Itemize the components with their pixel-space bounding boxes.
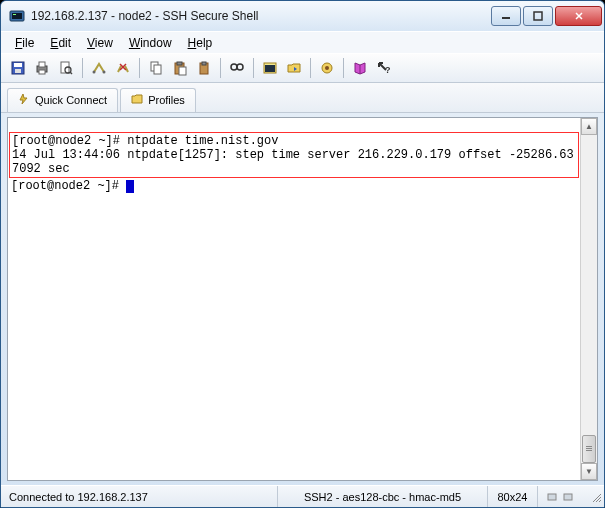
scroll-track[interactable] — [581, 135, 597, 463]
svg-rect-34 — [548, 494, 556, 500]
quick-connect-tab[interactable]: Quick Connect — [7, 88, 118, 112]
folder-transfer-icon[interactable] — [283, 57, 305, 79]
cursor — [126, 180, 134, 193]
separator — [139, 58, 140, 78]
app-icon — [9, 8, 25, 24]
menu-window[interactable]: Window — [121, 34, 180, 52]
svg-point-14 — [93, 71, 96, 74]
minimize-button[interactable] — [491, 6, 521, 26]
svg-rect-9 — [39, 62, 45, 67]
save-icon[interactable] — [7, 57, 29, 79]
highlighted-output: [root@node2 ~]# ntpdate time.nist.gov 14… — [9, 132, 579, 178]
window-title: 192.168.2.137 - node2 - SSH Secure Shell — [31, 9, 489, 23]
clipboard-icon[interactable] — [193, 57, 215, 79]
preview-icon[interactable] — [55, 57, 77, 79]
status-dimensions: 80x24 — [488, 486, 538, 507]
svg-rect-4 — [534, 12, 542, 20]
terminal-output[interactable]: [root@node2 ~]# ntpdate time.nist.gov 14… — [8, 118, 580, 480]
help-book-icon[interactable] — [349, 57, 371, 79]
svg-rect-29 — [265, 65, 275, 72]
copy-icon[interactable] — [145, 57, 167, 79]
status-indicator-icon — [546, 490, 558, 504]
folder-icon — [131, 93, 143, 107]
svg-rect-21 — [177, 62, 182, 65]
svg-rect-35 — [564, 494, 572, 500]
ssh-window: 192.168.2.137 - node2 - SSH Secure Shell… — [0, 0, 605, 508]
maximize-button[interactable] — [523, 6, 553, 26]
settings-icon[interactable] — [316, 57, 338, 79]
prompt: [root@node2 ~]# — [11, 179, 126, 193]
svg-point-31 — [325, 66, 329, 70]
scroll-down-icon[interactable]: ▼ — [581, 463, 597, 480]
menu-edit[interactable]: Edit — [42, 34, 79, 52]
connect-icon[interactable] — [88, 57, 110, 79]
svg-rect-3 — [502, 17, 510, 19]
svg-rect-24 — [202, 62, 206, 65]
svg-rect-6 — [14, 63, 22, 67]
print-icon[interactable] — [31, 57, 53, 79]
separator — [343, 58, 344, 78]
svg-rect-22 — [179, 67, 186, 75]
disconnect-icon[interactable] — [112, 57, 134, 79]
svg-line-13 — [70, 72, 72, 74]
paste-icon[interactable] — [169, 57, 191, 79]
window-controls — [489, 6, 602, 26]
svg-rect-10 — [39, 70, 45, 74]
terminal-container: [root@node2 ~]# ntpdate time.nist.gov 14… — [7, 117, 598, 481]
svg-rect-19 — [154, 65, 161, 74]
menu-help[interactable]: Help — [180, 34, 221, 52]
find-icon[interactable] — [226, 57, 248, 79]
status-icons — [538, 486, 588, 507]
terminal-new-icon[interactable] — [259, 57, 281, 79]
profiles-tab[interactable]: Profiles — [120, 88, 196, 112]
menu-file[interactable]: File — [7, 34, 42, 52]
separator — [253, 58, 254, 78]
status-encryption: SSH2 - aes128-cbc - hmac-md5 — [278, 486, 488, 507]
profiles-label: Profiles — [148, 94, 185, 106]
quick-connect-label: Quick Connect — [35, 94, 107, 106]
svg-point-26 — [237, 64, 243, 70]
separator — [82, 58, 83, 78]
scroll-up-icon[interactable]: ▲ — [581, 118, 597, 135]
resize-grip-icon[interactable] — [588, 489, 604, 505]
terminal-line: [root@node2 ~]# ntpdate time.nist.gov — [12, 134, 278, 148]
toolbar: ? — [1, 53, 604, 83]
scroll-thumb[interactable] — [582, 435, 596, 463]
titlebar: 192.168.2.137 - node2 - SSH Secure Shell — [1, 1, 604, 31]
svg-point-15 — [103, 71, 106, 74]
separator — [220, 58, 221, 78]
vertical-scrollbar[interactable]: ▲ ▼ — [580, 118, 597, 480]
svg-text:?: ? — [385, 65, 391, 75]
svg-rect-1 — [12, 13, 22, 19]
terminal-line: 14 Jul 13:44:06 ntpdate[1257]: step time… — [12, 148, 574, 176]
svg-rect-7 — [15, 69, 21, 73]
context-help-icon[interactable]: ? — [373, 57, 395, 79]
separator — [310, 58, 311, 78]
close-button[interactable] — [555, 6, 602, 26]
menubar: File Edit View Window Help — [1, 31, 604, 53]
svg-point-25 — [231, 64, 237, 70]
status-indicator-icon — [562, 490, 574, 504]
menu-view[interactable]: View — [79, 34, 121, 52]
lightning-icon — [18, 93, 30, 107]
tabbar: Quick Connect Profiles — [1, 83, 604, 113]
statusbar: Connected to 192.168.2.137 SSH2 - aes128… — [1, 485, 604, 507]
status-connection: Connected to 192.168.2.137 — [1, 486, 278, 507]
svg-rect-2 — [13, 14, 16, 15]
